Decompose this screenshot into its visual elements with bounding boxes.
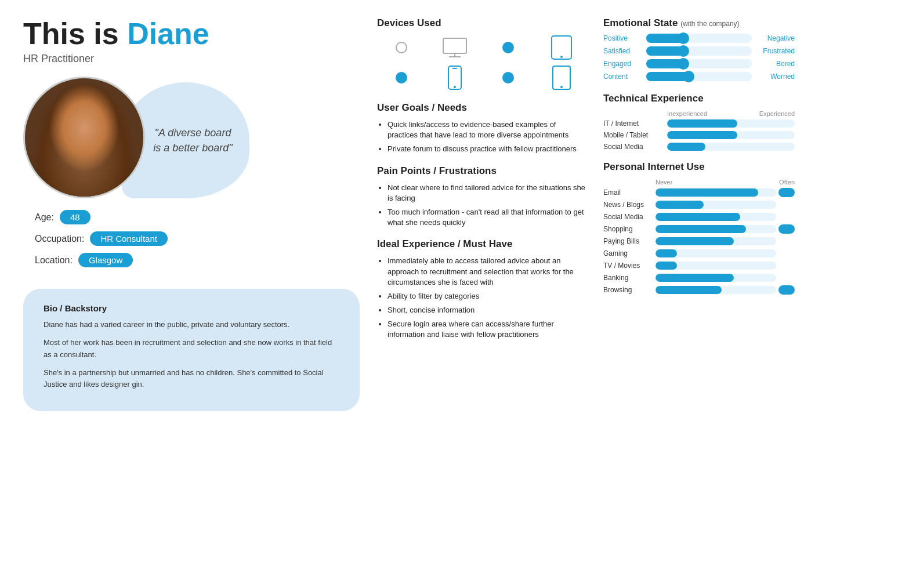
emotion-dot-3 (683, 71, 694, 82)
emotion-bar-wrap-1 (646, 46, 752, 56)
age-badge: 48 (60, 210, 90, 224)
emotion-left-0: Positive (603, 34, 643, 42)
emotion-bar-wrap-3 (646, 72, 752, 81)
mid-col: Devices Used (360, 17, 603, 351)
left-col: This is Diane HR Practitioner "A diverse… (23, 17, 360, 274)
ideal-2: Ability to filter by categories (387, 291, 586, 302)
internet-title: Personal Internet Use (603, 161, 795, 173)
internet-spacer-4 (778, 237, 795, 246)
persona-title: This is Diane (23, 17, 360, 50)
location-row: Location: Glasgow (35, 253, 360, 267)
occupation-badge: HR Consultant (90, 231, 168, 246)
internet-toggle-8 (778, 285, 795, 295)
internet-toggle-3 (778, 224, 795, 234)
bio-para-2: Most of her work has been in recruitment… (44, 337, 339, 361)
emotion-right-2: Bored (755, 60, 795, 68)
tech-row-2: Social Media (603, 143, 795, 151)
internet-bar-8 (656, 286, 722, 294)
internet-bar-wrap-8 (656, 286, 776, 294)
internet-header: Never Often (603, 179, 795, 186)
svg-point-4 (503, 42, 513, 53)
emotion-left-2: Engaged (603, 60, 643, 68)
profile-info: Age: 48 Occupation: HR Consultant Locati… (35, 210, 360, 267)
device-circle (377, 41, 426, 54)
internet-row-5: Gaming (603, 249, 795, 258)
user-goal-2: Private forum to discuss practice with f… (387, 144, 586, 154)
device-tablet (537, 35, 586, 60)
emotion-bar-wrap-0 (646, 34, 752, 43)
age-row: Age: 48 (35, 210, 360, 224)
devices-grid (377, 35, 586, 90)
internet-bar-3 (656, 225, 746, 233)
bio-title: Bio / Backstory (44, 303, 339, 313)
bio-section: Bio / Backstory Diane has had a varied c… (23, 289, 360, 411)
emotion-right-0: Negative (755, 34, 795, 42)
age-label: Age: (35, 212, 54, 223)
internet-bar-0 (656, 188, 758, 197)
pain-1: Not clear where to find tailored advice … (387, 183, 586, 204)
right-col: Emotional State (with the company) Posit… (603, 17, 795, 297)
internet-bar-wrap-5 (656, 249, 776, 257)
occupation-label: Occupation: (35, 234, 84, 244)
emotion-row-0: Positive Negative (603, 34, 795, 43)
internet-row-8: Browsing (603, 285, 795, 295)
ideal-4: Secure login area where can access/share… (387, 319, 586, 340)
internet-spacer-5 (778, 249, 795, 258)
emotion-row-1: Satisfied Frustrated (603, 46, 795, 56)
tech-bar-wrap-1 (667, 131, 795, 139)
location-label: Location: (35, 255, 73, 266)
emotional-subtitle: (with the company) (680, 20, 739, 28)
emotion-left-1: Satisfied (603, 47, 643, 55)
device-desktop (430, 37, 479, 58)
internet-item-label-5: Gaming (603, 249, 656, 257)
tech-section: Technical Experience Inexperienced Exper… (603, 93, 795, 151)
pain-points-title: Pain Points / Frustrations (377, 165, 586, 177)
svg-rect-10 (452, 68, 457, 69)
internet-spacer-6 (778, 261, 795, 270)
ideal-1: Immediately able to access tailored advi… (387, 256, 586, 288)
internet-row-4: Paying Bills (603, 237, 795, 246)
internet-item-label-7: Banking (603, 274, 656, 282)
tech-bar-1 (667, 131, 737, 139)
profile-area: "A diverse board is a better board" (23, 77, 360, 198)
internet-rows: Email News / Blogs Social Media Shopping… (603, 188, 795, 295)
internet-section: Personal Internet Use Never Often Email … (603, 161, 795, 295)
device-phone (430, 65, 479, 90)
occupation-row: Occupation: HR Consultant (35, 231, 360, 246)
tech-rows: IT / Internet Mobile / Tablet Social Med… (603, 119, 795, 151)
internet-bar-1 (656, 201, 704, 209)
tech-bar-2 (667, 143, 705, 151)
photo-placeholder (25, 78, 143, 197)
quote-text: "A diverse board is a better board" (151, 125, 235, 155)
tech-header: Inexperienced Experienced (603, 110, 795, 117)
internet-row-0: Email (603, 188, 795, 197)
emotion-bar-wrap-2 (646, 59, 752, 68)
tech-row-1: Mobile / Tablet (603, 131, 795, 139)
internet-row-6: TV / Movies (603, 261, 795, 270)
internet-bar-wrap-4 (656, 237, 776, 245)
emotion-row-3: Content Worried (603, 72, 795, 81)
tech-bar-wrap-2 (667, 143, 795, 151)
internet-toggle-0 (778, 188, 795, 197)
ideal-3: Short, concise information (387, 305, 586, 315)
pain-points-list: Not clear where to find tailored advice … (377, 183, 586, 228)
internet-row-3: Shopping (603, 224, 795, 234)
internet-bar-wrap-6 (656, 262, 776, 270)
tech-row-0: IT / Internet (603, 119, 795, 128)
device-radio-4 (484, 71, 533, 84)
ideal-exp-title: Ideal Experience / Must Have (377, 238, 586, 250)
internet-row-7: Banking (603, 273, 795, 282)
tech-label-left: Inexperienced (667, 110, 707, 117)
device-radio-2 (484, 41, 533, 54)
svg-point-7 (396, 72, 407, 83)
internet-item-label-1: News / Blogs (603, 201, 656, 209)
user-goals-list: Quick links/access to evidence-based exa… (377, 119, 586, 155)
emotion-right-1: Frustrated (755, 47, 795, 55)
persona-subtitle: HR Practitioner (23, 53, 360, 65)
pain-2: Too much information - can't read all th… (387, 207, 586, 228)
emotional-title: Emotional State (with the company) (603, 17, 795, 29)
internet-bar-7 (656, 274, 734, 282)
internet-bar-wrap-2 (656, 213, 776, 221)
internet-bar-wrap-3 (656, 225, 776, 233)
left-area: This is Diane HR Practitioner "A diverse… (23, 17, 360, 411)
